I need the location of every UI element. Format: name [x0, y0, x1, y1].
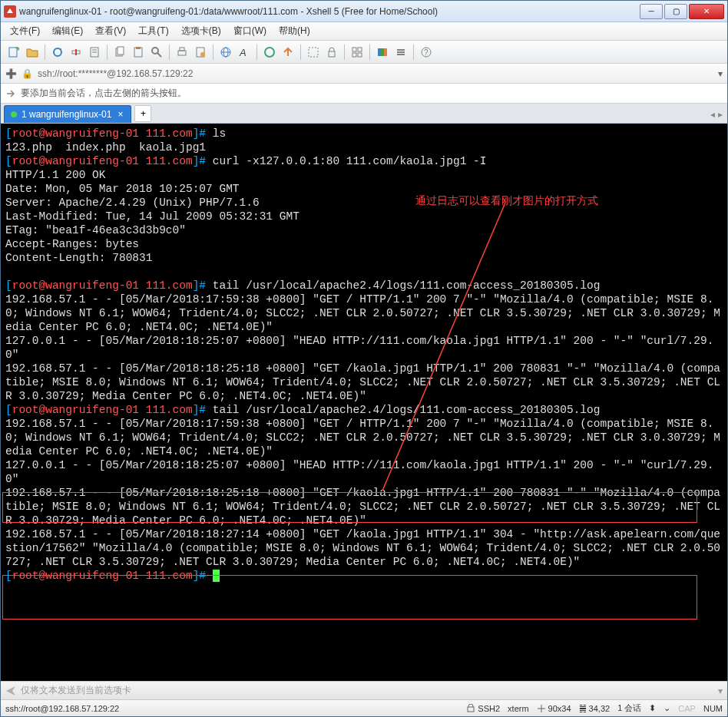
- menu-tools[interactable]: 工具(T): [134, 23, 173, 39]
- terminal-cursor: [213, 570, 220, 582]
- xagent-icon[interactable]: [261, 44, 278, 61]
- svg-point-18: [200, 52, 205, 57]
- arrow-right-icon[interactable]: [5, 88, 16, 99]
- svg-rect-25: [329, 51, 335, 57]
- disconnect-icon[interactable]: [68, 44, 84, 61]
- xftp-icon[interactable]: [280, 44, 296, 61]
- status-connection: ssh://root@192.168.57.129:22: [5, 704, 119, 713]
- compose-send-icon[interactable]: [5, 686, 16, 696]
- close-button[interactable]: ✕: [689, 4, 724, 19]
- menu-view[interactable]: 查看(V): [91, 23, 131, 39]
- svg-rect-26: [352, 48, 356, 51]
- status-pos: ䷛ 34,32: [579, 703, 611, 713]
- font-icon[interactable]: A: [236, 44, 253, 61]
- compose-placeholder[interactable]: 仅将文本发送到当前选项卡: [21, 684, 131, 697]
- svg-rect-27: [358, 48, 362, 51]
- status-scroll-icon[interactable]: ⬍: [649, 703, 656, 713]
- svg-rect-15: [178, 51, 186, 55]
- lock-icon: 🔒: [22, 68, 33, 79]
- status-collapse-icon[interactable]: ⌄: [663, 703, 670, 713]
- reconnect-icon[interactable]: [49, 44, 66, 61]
- address-add-icon[interactable]: ➕: [5, 68, 17, 79]
- tab-bar: 1 wangruifenglinux-01 × + ◂ ▸: [1, 104, 727, 124]
- menu-bar: 文件(F) 编辑(E) 查看(V) 工具(T) 选项卡(B) 窗口(W) 帮助(…: [1, 22, 727, 41]
- address-bar: ➕ 🔒 ssh://root:********@192.168.57.129:2…: [1, 64, 727, 84]
- tab-status-dot: [11, 111, 17, 117]
- fullscreen-icon[interactable]: [305, 44, 322, 61]
- status-ssh: SSH2: [466, 704, 500, 713]
- window-title: wangruifenglinux-01 - root@wangruifeng-0…: [19, 6, 640, 17]
- tip-bar: 要添加当前会话，点击左侧的箭头按钮。: [1, 84, 727, 104]
- tab-scroll-right-icon[interactable]: ▸: [718, 109, 723, 120]
- toolbar: + A ?: [1, 41, 727, 64]
- menu-file[interactable]: 文件(F): [5, 23, 45, 39]
- svg-point-13: [152, 48, 158, 54]
- color-scheme-icon[interactable]: [374, 44, 391, 61]
- svg-rect-39: [468, 707, 474, 712]
- tab-label: 1 wangruifenglinux-01: [22, 109, 111, 120]
- svg-rect-31: [381, 48, 384, 56]
- status-sessions: 1 会话: [617, 702, 641, 714]
- address-dropdown-icon[interactable]: ▾: [718, 68, 723, 79]
- tab-close-icon[interactable]: ×: [116, 109, 124, 120]
- compose-dropdown-icon[interactable]: ▾: [718, 686, 723, 696]
- app-icon: [4, 5, 16, 18]
- status-num: NUM: [703, 704, 723, 713]
- print-icon[interactable]: [174, 44, 190, 61]
- menu-edit[interactable]: 编辑(E): [48, 23, 88, 39]
- menu-window[interactable]: 窗口(W): [229, 23, 271, 39]
- svg-rect-32: [384, 48, 387, 56]
- help-icon[interactable]: ?: [418, 44, 435, 61]
- svg-text:+: +: [16, 46, 20, 52]
- annotation-text: 通过日志可以查看刚才图片的打开方式: [415, 194, 598, 208]
- tile-icon[interactable]: [349, 44, 366, 61]
- properties-icon[interactable]: [86, 44, 103, 61]
- new-session-icon[interactable]: +: [5, 44, 22, 61]
- quick-command-icon[interactable]: [392, 44, 409, 61]
- status-size: 90x34: [537, 704, 571, 713]
- tip-text: 要添加当前会话，点击左侧的箭头按钮。: [21, 87, 187, 100]
- status-term: xterm: [508, 704, 529, 713]
- svg-text:A: A: [239, 47, 247, 58]
- svg-rect-28: [352, 53, 356, 57]
- address-text[interactable]: ssh://root:********@192.168.57.129:22: [38, 68, 713, 79]
- terminal-output[interactable]: [root@wangruifeng-01 111.com]# ls 123.ph…: [1, 124, 727, 681]
- svg-rect-10: [117, 47, 124, 55]
- globe-icon[interactable]: [217, 44, 234, 61]
- svg-point-23: [265, 48, 274, 57]
- menu-options[interactable]: 选项卡(B): [177, 23, 226, 39]
- paste-icon[interactable]: [130, 44, 147, 61]
- menu-help[interactable]: 帮助(H): [274, 23, 315, 39]
- maximize-button[interactable]: ▢: [664, 4, 687, 19]
- svg-line-14: [157, 53, 161, 57]
- log-icon[interactable]: [192, 44, 209, 61]
- svg-rect-24: [309, 48, 318, 57]
- copy-icon[interactable]: [111, 44, 128, 61]
- open-folder-icon[interactable]: [24, 44, 41, 61]
- tab-session-1[interactable]: 1 wangruifenglinux-01 ×: [4, 105, 131, 123]
- svg-rect-29: [358, 53, 362, 57]
- svg-text:?: ?: [424, 48, 429, 57]
- svg-rect-16: [180, 48, 184, 51]
- status-bar: ssh://root@192.168.57.129:22 SSH2 xterm …: [1, 699, 727, 716]
- title-bar: wangruifenglinux-01 - root@wangruifeng-0…: [1, 1, 727, 22]
- find-icon[interactable]: [148, 44, 165, 61]
- svg-rect-30: [378, 48, 381, 56]
- compose-bar: 仅将文本发送到当前选项卡 ▾: [1, 681, 727, 699]
- add-tab-button[interactable]: +: [134, 105, 151, 122]
- svg-rect-12: [136, 47, 141, 49]
- tab-scroll-left-icon[interactable]: ◂: [710, 109, 715, 120]
- minimize-button[interactable]: ─: [640, 4, 663, 19]
- lock-icon[interactable]: [323, 44, 340, 61]
- status-cap: CAP: [678, 704, 696, 713]
